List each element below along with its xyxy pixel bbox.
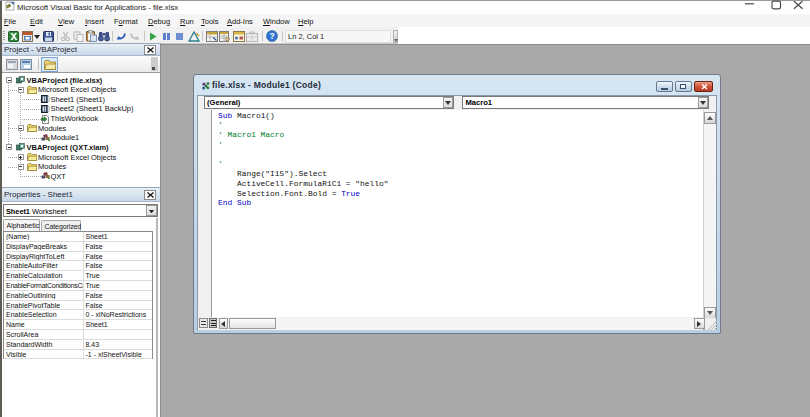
svg-text:?: ?: [269, 31, 274, 41]
